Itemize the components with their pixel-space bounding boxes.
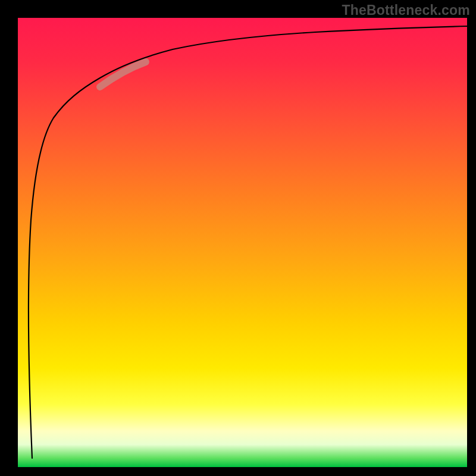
watermark-text: TheBottleneck.com xyxy=(342,2,470,18)
curve-main xyxy=(29,26,467,458)
chart-frame: TheBottleneck.com xyxy=(0,0,476,476)
curve-layer xyxy=(18,18,467,467)
plot-area xyxy=(18,18,467,467)
